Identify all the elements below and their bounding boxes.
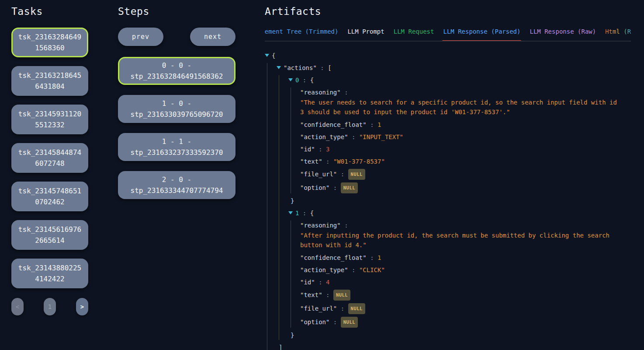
json-float-value: 1 (377, 121, 381, 128)
json-key-row: "reasoning" : (300, 220, 620, 230)
json-key: "file_url" (300, 171, 337, 178)
step-button-label: 2 - 0 - stp_231633344707774794 (126, 174, 228, 196)
step-list: 0 - 0 - stp_2316328464915683621 - 0 - st… (118, 57, 235, 199)
json-colon: : (341, 89, 348, 96)
task-button-label: tsk_231457486510702462 (17, 186, 83, 207)
json-colon: : (341, 222, 348, 229)
json-key: "confidence_float" (300, 121, 367, 128)
json-node: "actions" : [0 : {"reasoning" :"The user… (277, 63, 620, 350)
json-colon: : (337, 305, 348, 312)
caret-down-icon[interactable] (288, 211, 293, 214)
tab-element-tree-trimmed[interactable]: Element Tree (Trimmed) (265, 28, 338, 41)
tab-llm-response-raw[interactable]: LLM Response (Raw) (530, 28, 596, 41)
json-close-bracket: ] (279, 343, 620, 350)
step-button[interactable]: 0 - 0 - stp_231632846491568362 (118, 57, 235, 85)
step-nav: prev next (118, 28, 235, 46)
task-button-label: tsk_231438802254142422 (17, 262, 83, 284)
json-open-row: 1 : { (288, 208, 620, 218)
tasks-title: Tasks (11, 6, 88, 17)
tab-llm-prompt[interactable]: LLM Prompt (347, 28, 384, 41)
json-key: "reasoning" (300, 222, 341, 229)
json-string-value: "W01-377-8537" (333, 158, 385, 165)
json-leaf-row: "option" : NULL (300, 317, 620, 328)
json-key: "actions" (284, 64, 317, 71)
task-button[interactable]: tsk_231456169762665614 (11, 220, 88, 250)
json-leaf-row: "id" : 3 (300, 144, 620, 154)
tasks-panel: Tasks tsk_231632846491568360tsk_23163218… (11, 6, 88, 315)
json-null-badge: NULL (341, 182, 358, 193)
artifacts-title: Artifacts (265, 6, 631, 17)
task-button[interactable]: tsk_231632846491568360 (11, 28, 88, 57)
steps-panel: Steps prev next 0 - 0 - stp_231632846491… (118, 6, 235, 209)
task-button[interactable]: tsk_231458448746072748 (11, 143, 88, 173)
json-colon: : (322, 291, 333, 298)
json-colon: : (367, 121, 377, 128)
json-open-row: "actions" : [ (277, 63, 620, 73)
artifacts-tab-strip: Element Tree (Trimmed)LLM PromptLLM Requ… (265, 28, 631, 42)
caret-down-icon[interactable] (288, 78, 293, 81)
pagination-page-button[interactable]: 1 (44, 298, 56, 315)
json-leaf-row: "confidence_float" : 1 (300, 253, 620, 262)
json-colon: : (315, 279, 326, 286)
tab-html-raw[interactable]: Html (Raw) (605, 28, 631, 41)
json-children: 0 : {"reasoning" :"The user needs to sea… (279, 75, 620, 340)
json-open-row: 0 : { (288, 75, 620, 85)
json-close-bracket: } (291, 196, 620, 206)
json-leaf-row: "action_type" : "CLICK" (300, 265, 620, 275)
json-colon: : (315, 146, 326, 153)
json-colon: : (329, 184, 340, 191)
task-button[interactable]: tsk_231457486510702462 (11, 182, 88, 211)
json-key: "id" (300, 279, 315, 286)
task-button[interactable]: tsk_231459311205512332 (11, 105, 88, 134)
step-button-label: 1 - 0 - stp_231633039765096720 (126, 98, 228, 120)
tab-llm-response-parsed[interactable]: LLM Response (Parsed) (443, 28, 520, 41)
json-string-value: "INPUT_TEXT" (359, 133, 403, 140)
steps-title: Steps (118, 6, 235, 17)
json-colon: : (367, 254, 377, 261)
json-children: "reasoning" :"The user needs to search f… (291, 88, 620, 193)
json-colon: : (348, 133, 359, 140)
json-key: "file_url" (300, 305, 337, 312)
json-leaf-row: "file_url" : NULL (300, 169, 620, 180)
next-step-button[interactable]: next (190, 28, 235, 46)
json-node: 0 : {"reasoning" :"The user needs to sea… (288, 75, 620, 206)
json-null-badge: NULL (333, 290, 350, 301)
json-open-bracket: [ (328, 64, 331, 71)
json-null-badge: NULL (348, 169, 365, 180)
json-key-row: "reasoning" : (300, 88, 620, 97)
step-button[interactable]: 1 - 0 - stp_231633039765096720 (118, 95, 235, 123)
prev-step-button[interactable]: prev (118, 28, 163, 46)
json-key: "reasoning" (300, 89, 341, 96)
json-colon: : (337, 171, 348, 178)
tasks-pagination: < 1 > (11, 298, 88, 315)
tab-llm-request[interactable]: LLM Request (394, 28, 434, 41)
json-string-block: "The user needs to search for a specific… (300, 98, 620, 117)
artifacts-panel: Artifacts Element Tree (Trimmed)LLM Prom… (265, 6, 631, 350)
json-string-value: "CLICK" (359, 266, 385, 273)
task-button[interactable]: tsk_231438802254142422 (11, 259, 88, 288)
json-close-bracket: } (291, 330, 620, 340)
step-button[interactable]: 2 - 0 - stp_231633344707774794 (118, 171, 235, 199)
pagination-prev-button[interactable]: < (11, 298, 24, 315)
task-button-label: tsk_231632846491568360 (17, 32, 83, 53)
task-button[interactable]: tsk_231632186456431804 (11, 66, 88, 96)
caret-down-icon[interactable] (277, 66, 281, 69)
task-button-label: tsk_231632186456431804 (17, 70, 83, 92)
json-colon: : (317, 64, 328, 71)
step-button[interactable]: 1 - 1 - stp_231633237333592370 (118, 133, 235, 161)
json-tree-viewer: {"actions" : [0 : {"reasoning" :"The use… (265, 51, 620, 350)
json-open-row: { (265, 51, 620, 60)
step-button-label: 0 - 0 - stp_231632846491568362 (126, 60, 228, 82)
json-leaf-row: "file_url" : NULL (300, 303, 620, 314)
json-key: "text" (300, 158, 322, 165)
json-colon: : (322, 158, 333, 165)
pagination-next-button[interactable]: > (76, 298, 88, 315)
json-open-bracket: { (310, 77, 314, 84)
json-key: "action_type" (300, 133, 348, 140)
step-button-label: 1 - 1 - stp_231633237333592370 (126, 136, 228, 158)
json-leaf-row: "option" : NULL (300, 182, 620, 193)
json-string-block: "After inputting the product id, the sea… (300, 231, 620, 250)
caret-down-icon[interactable] (265, 54, 269, 57)
json-colon: : (329, 318, 340, 326)
json-float-value: 1 (377, 254, 381, 261)
